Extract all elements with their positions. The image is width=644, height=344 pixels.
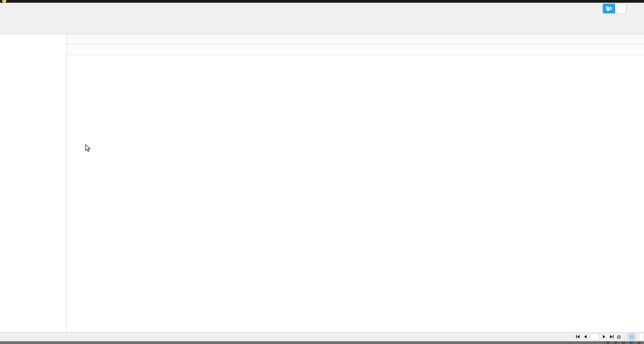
grid-toolbar (67, 44, 644, 55)
netdisk-cloud-icon (603, 4, 615, 13)
page-number[interactable] (590, 333, 599, 340)
settings-gear-icon[interactable]: ⚙ (617, 334, 621, 340)
drag-upload-button[interactable] (603, 3, 626, 14)
taskbar[interactable] (0, 341, 644, 344)
divider (624, 334, 625, 340)
drag-upload-label (615, 4, 626, 13)
last-record-button[interactable] (609, 334, 614, 340)
main-toolbar (0, 12, 644, 34)
grid-view-button[interactable] (628, 333, 636, 341)
pager: ⚙ (576, 333, 644, 341)
previous-record-button[interactable] (583, 334, 587, 340)
menu-bar (0, 3, 644, 12)
next-record-button[interactable] (602, 334, 606, 340)
first-record-button[interactable] (576, 334, 580, 340)
connection-tree (0, 34, 67, 332)
navicat-window: ⚙ (0, 0, 644, 344)
tab-bar (67, 34, 644, 44)
window-titlebar (0, 0, 644, 3)
record-toolbar: ⚙ (0, 332, 644, 341)
taskbar-tray-icons (606, 342, 641, 344)
data-grid-area (67, 55, 644, 332)
app-icon (2, 0, 6, 3)
form-view-button[interactable] (639, 333, 643, 341)
